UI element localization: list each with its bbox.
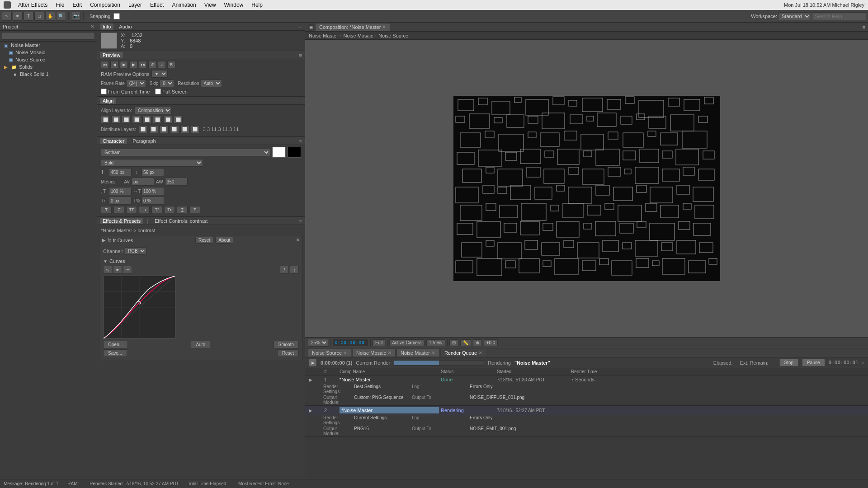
smooth-btn[interactable]: Smooth — [274, 341, 299, 348]
snapping-toggle[interactable] — [113, 13, 120, 19]
project-item-noise-source[interactable]: ▣ Noise Source — [0, 56, 97, 63]
exposure-btn[interactable]: +0.0 — [484, 339, 498, 346]
noise-master-timeline-tab[interactable]: Noise Master ✕ — [396, 349, 439, 357]
font-family-select[interactable]: Gotham — [101, 149, 270, 156]
curves-reset-btn[interactable]: Reset — [195, 237, 213, 244]
comp-panel-menu[interactable]: ≡ — [863, 24, 865, 30]
dist-left[interactable]: ⬜ — [139, 125, 148, 133]
guide-btn[interactable]: ⊕ — [473, 339, 482, 346]
crumb-noise-master[interactable]: Noise Master — [309, 33, 338, 38]
menu-file[interactable]: File — [52, 1, 68, 9]
menu-layer[interactable]: Layer — [125, 1, 146, 9]
dist-center-h[interactable]: ⬜ — [149, 125, 158, 133]
caps-btn[interactable]: TT — [126, 206, 137, 213]
curves-tool-smooth[interactable]: 〜 — [123, 266, 132, 274]
horiz-scale-field[interactable]: 100 % — [142, 187, 164, 195]
project-panel-close[interactable]: ✕ — [90, 24, 94, 29]
bold-btn[interactable]: T — [101, 206, 112, 213]
crumb-noise-source[interactable]: Noise Source — [378, 33, 408, 38]
smallcaps-btn[interactable]: TT — [139, 206, 150, 213]
grid-btn[interactable]: ⊞ — [449, 339, 458, 346]
from-current-label[interactable]: From Current Time — [101, 89, 150, 94]
align-top[interactable]: ⬜ — [132, 116, 141, 124]
project-folder-solids[interactable]: ▶ 📁 Solids — [0, 63, 97, 70]
menu-app[interactable]: After Effects — [14, 1, 51, 9]
menu-composition[interactable]: Composition — [86, 1, 124, 9]
tool-zoom[interactable]: 🔍 — [56, 12, 66, 21]
dist-center-v[interactable]: ⬜ — [180, 125, 189, 133]
workspace-select[interactable]: Standard — [778, 12, 811, 20]
baseline-field[interactable]: 0 px — [109, 197, 132, 205]
tool-shape[interactable]: □ — [34, 12, 44, 21]
noise-mosaic-timeline-tab[interactable]: Noise Mosaic ✕ — [352, 349, 396, 357]
preview-ram[interactable]: R — [167, 61, 175, 68]
crumb-noise-mosaic[interactable]: Noise Mosaic — [343, 33, 373, 38]
tool-pen[interactable]: ✒ — [13, 12, 23, 21]
full-screen-label[interactable]: Full Screen — [155, 89, 188, 94]
render-play-btn[interactable]: ▶ — [309, 359, 317, 367]
vert-scale-field[interactable]: 100 % — [109, 187, 132, 195]
preview-next-frame[interactable]: ▶ — [129, 61, 137, 68]
save-btn[interactable]: Save... — [103, 349, 127, 357]
ram-options-select[interactable]: ▼ — [151, 70, 168, 78]
curves-invert[interactable]: ↕ — [290, 266, 299, 274]
from-current-check[interactable] — [101, 89, 107, 94]
align-expand[interactable]: ≡ — [299, 98, 302, 103]
curves-sub-triangle[interactable]: ▼ — [103, 259, 108, 264]
curves-triangle[interactable]: ▶ — [102, 238, 106, 243]
views-btn[interactable]: 1 View — [426, 339, 445, 346]
align-to-select[interactable]: Composition — [135, 107, 172, 114]
project-item-noise-mosaic[interactable]: ▣ Noise Mosaic — [0, 49, 97, 56]
preview-prev-frame[interactable]: ◀ — [110, 61, 118, 68]
underline-btn[interactable]: T — [177, 206, 188, 213]
curves-about-btn[interactable]: About — [215, 237, 233, 244]
preview-to-start[interactable]: ⏮ — [101, 61, 109, 68]
strikethrough-btn[interactable]: T — [189, 206, 200, 213]
menu-help[interactable]: Help — [248, 1, 266, 9]
project-item-black-solid[interactable]: ■ Black Solid 1 — [0, 70, 97, 78]
dist-top[interactable]: ⬜ — [170, 125, 179, 133]
italic-btn[interactable]: T — [113, 206, 124, 213]
noise-source-timeline-tab[interactable]: Noise Source ✕ — [308, 349, 351, 357]
comp-title-tab[interactable]: Composition: *Noise Master ✕ — [315, 23, 390, 31]
quality-btn[interactable]: Full — [373, 339, 385, 346]
tool-camera[interactable]: 📷 — [71, 12, 81, 21]
render-queue-tab-close[interactable]: ✕ — [479, 351, 482, 355]
audio-tab[interactable]: Audio — [116, 23, 134, 30]
open-btn[interactable]: Open... — [103, 341, 128, 348]
render-item-row-1[interactable]: ▶ 1 *Noise Master Done 7/18/16...51:30 A… — [305, 375, 868, 384]
menu-animation[interactable]: Animation — [168, 1, 199, 9]
curves-tool-pen[interactable]: ✒ — [113, 266, 122, 274]
curves-tool-select[interactable]: ↖ — [103, 266, 112, 274]
menu-effect[interactable]: Effect — [146, 1, 167, 9]
dist-bottom[interactable]: ⬜ — [191, 125, 200, 133]
render-item-row-2[interactable]: ▶ 2 *Noise Master Rendering 7/18/16...52… — [305, 406, 868, 415]
channel-select[interactable]: RGB — [125, 247, 146, 255]
effects-presets-tab[interactable]: Effects & Presets — [100, 218, 143, 224]
effect-controls-tab[interactable]: Effect Controls: contrast — [152, 218, 210, 224]
zoom-select[interactable]: 25% — [308, 339, 328, 347]
reset2-btn[interactable]: Reset — [277, 349, 299, 357]
info-tab[interactable]: Info — [100, 23, 113, 30]
camera-btn[interactable]: Active Camera — [389, 339, 425, 346]
tool-hand[interactable]: ✋ — [45, 12, 55, 21]
sub-btn[interactable]: T₂ — [164, 206, 175, 213]
tsume-field[interactable]: 350 — [165, 178, 188, 186]
preview-loop[interactable]: ↺ — [148, 61, 156, 68]
info-expand[interactable]: ≡ — [299, 24, 302, 29]
preview-play[interactable]: ▶ — [120, 61, 128, 68]
align-center-h[interactable]: ⬜ — [111, 116, 120, 124]
render-queue-tab[interactable]: Render Queue ✕ — [440, 349, 486, 357]
menu-edit[interactable]: Edit — [69, 1, 85, 9]
preview-to-end[interactable]: ⏭ — [139, 61, 147, 68]
noise-mosaic-tab-close[interactable]: ✕ — [388, 351, 392, 355]
skip-select[interactable]: 0 — [160, 80, 174, 87]
tracking-field[interactable]: px — [132, 178, 154, 186]
align-key1[interactable]: ⬜ — [163, 116, 172, 124]
font-style-select[interactable]: Bold — [101, 159, 203, 167]
font-color-white[interactable] — [272, 147, 286, 158]
resolution-select[interactable]: Auto — [201, 80, 222, 87]
noise-master-tab-close[interactable]: ✕ — [432, 351, 435, 355]
font-size-field[interactable]: 450 px — [109, 168, 132, 176]
comp-title-close[interactable]: ✕ — [382, 25, 386, 29]
